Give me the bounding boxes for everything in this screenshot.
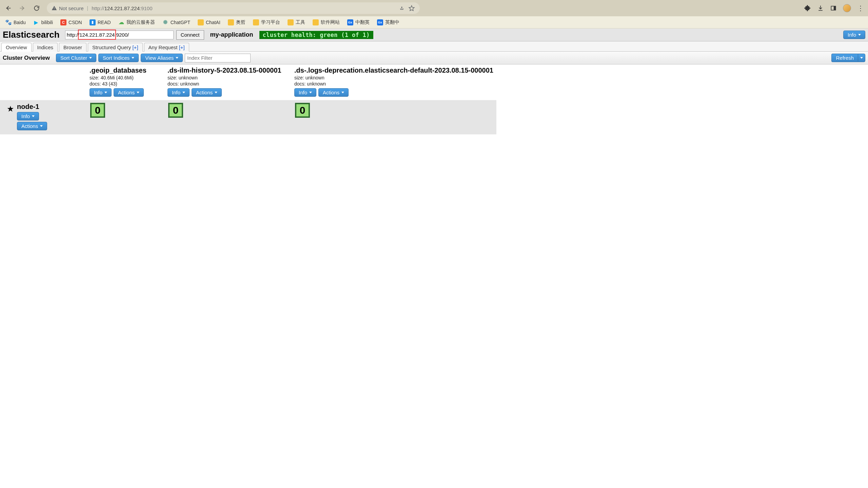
chevron-down-icon	[32, 115, 35, 117]
bookmark-chatai[interactable]: ChatAI	[198, 19, 220, 25]
bookmark-soft[interactable]: 软件网站	[313, 19, 340, 25]
tab-browser[interactable]: Browser	[59, 43, 86, 52]
index-actions-button[interactable]: Actions	[192, 88, 222, 97]
chevron-down-icon	[40, 125, 43, 127]
es-header: Elasticsearch Connect my-application clu…	[0, 29, 868, 41]
bookmark-label: 奥哲	[236, 19, 245, 25]
bookmark-zh2en[interactable]: Gx中翻英	[347, 19, 370, 25]
health-badge: cluster health: green (1 of 1)	[259, 31, 373, 39]
chevron-down-icon	[215, 92, 217, 93]
folder-icon	[288, 19, 294, 25]
section-title: Cluster Overview	[3, 55, 50, 61]
sort-cluster-button[interactable]: Sort Cluster	[56, 54, 96, 62]
shard-box[interactable]: 0	[90, 103, 105, 118]
overview-toolbar: Cluster Overview Sort Cluster Sort Indic…	[0, 52, 868, 64]
back-button[interactable]	[4, 4, 12, 12]
bookmark-bilibili[interactable]: ▶bilibili	[33, 19, 53, 25]
index-docs: docs: 43 (43)	[90, 81, 165, 87]
url-display: http://124.221.87.224:9100	[92, 5, 152, 11]
node-name[interactable]: node-1	[17, 103, 47, 111]
tab-indices[interactable]: Indices	[33, 43, 58, 52]
cluster-name: my-application	[210, 31, 253, 38]
bookmark-myserver[interactable]: ☁我的云服务器	[118, 19, 155, 25]
grid-corner	[0, 64, 88, 100]
forward-button[interactable]	[18, 4, 26, 12]
bookmark-study[interactable]: 学习平台	[253, 19, 280, 25]
refresh-dropdown[interactable]	[858, 54, 865, 62]
index-actions-button[interactable]: Actions	[318, 88, 349, 97]
extensions-icon[interactable]	[804, 5, 811, 12]
chevron-down-icon	[341, 92, 344, 93]
index-filter-input[interactable]	[185, 54, 251, 62]
bookmark-csdn[interactable]: CCSDN	[60, 19, 82, 25]
csdn-icon: C	[60, 19, 66, 25]
bookmark-read[interactable]: ▮READ	[90, 19, 111, 25]
translate-icon: Gx	[347, 19, 353, 25]
node-actions-button[interactable]: Actions	[17, 122, 47, 130]
bookmark-label: ChatAI	[206, 20, 220, 25]
header-info-button[interactable]: Info	[843, 31, 865, 39]
profile-avatar[interactable]	[843, 4, 851, 12]
index-name[interactable]: .geoip_databases	[90, 67, 165, 74]
star-icon[interactable]	[408, 5, 415, 12]
index-info-button[interactable]: Info	[167, 88, 190, 97]
shard-box[interactable]: 0	[168, 103, 183, 118]
bookmark-baidu[interactable]: 🐾Baidu	[5, 19, 26, 25]
index-info-button[interactable]: Info	[90, 88, 112, 97]
view-aliases-button[interactable]: View Aliases	[141, 54, 183, 62]
arrow-right-icon	[19, 5, 26, 12]
chevron-down-icon	[132, 57, 134, 59]
bookmark-chatgpt[interactable]: ✺ChatGPT	[162, 19, 190, 25]
refresh-button[interactable]: Refresh	[831, 54, 858, 62]
chevron-down-icon	[89, 57, 92, 59]
tabs-bar: Overview Indices Browser Structured Quer…	[0, 41, 868, 52]
node-info-button[interactable]: Info	[17, 112, 39, 120]
chevron-down-icon	[860, 57, 863, 59]
panel-icon[interactable]	[830, 5, 837, 12]
bookmark-label: 英翻中	[385, 19, 399, 25]
index-info-button[interactable]: Info	[294, 88, 316, 97]
bookmark-aozhe[interactable]: 奥哲	[228, 19, 245, 25]
bookmark-label: 中翻英	[355, 19, 370, 25]
tab-structured-query[interactable]: Structured Query [+]	[88, 43, 143, 52]
connect-button[interactable]: Connect	[176, 30, 204, 40]
bookmark-label: 学习平台	[261, 19, 280, 25]
chevron-down-icon	[104, 92, 107, 93]
node-cell: ★ node-1 Info Actions	[0, 100, 88, 134]
bookmark-label: 软件网站	[321, 19, 340, 25]
chevron-down-icon	[137, 92, 139, 93]
folder-icon	[313, 19, 319, 25]
read-icon: ▮	[90, 19, 96, 25]
bilibili-icon: ▶	[33, 19, 39, 25]
index-docs: docs: unknown	[167, 81, 292, 87]
download-icon[interactable]	[817, 5, 824, 12]
warning-icon	[52, 5, 57, 11]
share-icon[interactable]	[399, 5, 405, 11]
connect-url-input[interactable]	[65, 31, 174, 39]
menu-icon[interactable]: ⋮	[857, 4, 864, 12]
shard-box[interactable]: 0	[295, 103, 310, 118]
app-title: Elasticsearch	[3, 30, 60, 40]
bookmark-label: Baidu	[14, 20, 26, 25]
plus-link[interactable]: [+]	[179, 44, 185, 50]
tab-overview[interactable]: Overview	[1, 43, 32, 52]
bookmark-en2zh[interactable]: Gx英翻中	[377, 19, 399, 25]
folder-icon	[253, 19, 259, 25]
address-bar[interactable]: Not secure | http://124.221.87.224:9100	[47, 2, 420, 14]
index-header: .ds-.logs-deprecation.elasticsearch-defa…	[293, 64, 496, 100]
index-actions-button[interactable]: Actions	[114, 88, 144, 97]
bookmark-label: READ	[98, 20, 111, 25]
cluster-grid: .geoip_databases size: 40.6Mi (40.6Mi) d…	[0, 64, 868, 134]
reload-button[interactable]	[33, 4, 41, 12]
bookmark-tools[interactable]: 工具	[288, 19, 305, 25]
svg-rect-1	[834, 6, 836, 10]
chevron-down-icon	[176, 57, 178, 59]
sort-indices-button[interactable]: Sort Indices	[98, 54, 139, 62]
plus-link[interactable]: [+]	[132, 44, 138, 50]
index-name[interactable]: .ds-ilm-history-5-2023.08.15-000001	[167, 67, 292, 74]
tab-any-request[interactable]: Any Request [+]	[144, 43, 189, 52]
shard-cell: 0	[88, 100, 166, 134]
chevron-down-icon	[309, 92, 312, 93]
index-name[interactable]: .ds-.logs-deprecation.elasticsearch-defa…	[294, 67, 495, 74]
bookmark-label: ChatGPT	[171, 20, 190, 25]
